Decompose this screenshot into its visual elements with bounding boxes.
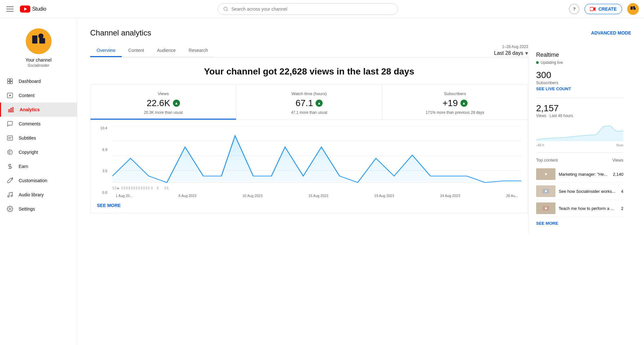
- views-headline: Your channel got 22,628 views in the las…: [90, 66, 528, 77]
- svg-point-26: [8, 150, 13, 155]
- realtime-title: Realtime: [536, 52, 623, 58]
- user-avatar[interactable]: [627, 3, 639, 15]
- sidebar-item-copyright[interactable]: Copyright: [0, 145, 77, 159]
- date-label: Last 28 days: [494, 50, 523, 56]
- youtube-logo-icon: [20, 5, 30, 13]
- svg-rect-4: [590, 7, 593, 11]
- sidebar-label-dashboard: Dashboard: [19, 79, 41, 84]
- top-content-title-2: See how Socialinsider works...: [559, 189, 618, 194]
- comment-icon: [6, 121, 14, 127]
- x-label-3: 10 Aug 2023: [242, 194, 262, 198]
- date-selector[interactable]: 1–28 Aug 2023 Last 28 days ▾: [494, 44, 528, 57]
- date-range-text: 1–28 Aug 2023: [502, 44, 528, 49]
- tab-audience[interactable]: Audience: [150, 44, 182, 57]
- metric-views-value: 22.6K: [147, 98, 170, 108]
- channel-name: Your channel: [25, 57, 52, 63]
- sidebar-item-subtitles[interactable]: Subtitles: [0, 131, 77, 145]
- tab-content[interactable]: Content: [122, 44, 150, 57]
- svg-point-13: [38, 34, 43, 39]
- svg-point-6: [627, 3, 639, 15]
- help-button[interactable]: ?: [569, 4, 579, 14]
- svg-rect-7: [630, 6, 633, 10]
- svg-rect-8: [633, 8, 636, 10]
- date-dropdown[interactable]: Last 28 days ▾: [494, 50, 528, 57]
- top-content-title-1: Marketing manager: "He...: [559, 172, 610, 177]
- top-content-item-2[interactable]: See how Socialinsider works... 4: [536, 183, 623, 200]
- x-label-7: 28 Au...: [506, 194, 518, 198]
- svg-rect-21: [10, 108, 11, 112]
- sidebar-item-earn[interactable]: Earn: [0, 159, 77, 173]
- metric-subscribers-sub: 171% more than previous 28 days: [390, 110, 520, 115]
- see-live-count-link[interactable]: SEE LIVE COUNT: [536, 86, 623, 91]
- live-label: Updating live: [541, 60, 563, 65]
- y-label-bottom: 0.0: [102, 191, 107, 194]
- subtitles-icon: [6, 135, 14, 141]
- gear-icon: [6, 206, 14, 212]
- mini-chart-labels: -48 h Now: [536, 143, 623, 147]
- tab-research[interactable]: Research: [182, 44, 214, 57]
- advanced-mode-link[interactable]: ADVANCED MODE: [591, 30, 631, 35]
- y-label-mid2: 3.5: [102, 169, 107, 173]
- svg-marker-5: [594, 7, 596, 11]
- svg-point-2: [224, 7, 227, 11]
- metric-views[interactable]: Views 22.6K ▲ 20.3K more than usual: [90, 85, 236, 119]
- svg-rect-15: [10, 79, 13, 81]
- svg-marker-19: [9, 94, 11, 97]
- sidebar-label-audio-library: Audio library: [19, 192, 44, 197]
- sidebar-item-analytics[interactable]: Analytics: [0, 103, 77, 117]
- svg-point-9: [633, 6, 635, 8]
- logo-text: Studio: [32, 6, 46, 12]
- sidebar-item-settings[interactable]: Settings: [0, 202, 77, 216]
- sidebar-item-dashboard[interactable]: Dashboard: [0, 74, 77, 88]
- grid-icon: [6, 78, 14, 84]
- see-more-side-link[interactable]: SEE MORE: [536, 221, 623, 226]
- play-square-icon: [6, 92, 14, 99]
- dollar-icon: [6, 163, 14, 170]
- page-title: Channel analytics: [90, 28, 151, 37]
- top-content-item-3[interactable]: Teach me how to perform a ... 2: [536, 200, 623, 217]
- channel-avatar[interactable]: [26, 28, 52, 54]
- metric-views-label: Views: [98, 91, 228, 96]
- create-label: CREATE: [598, 6, 617, 12]
- top-content-title-3: Teach me how to perform a ...: [559, 206, 618, 211]
- sidebar-item-comments[interactable]: Comments: [0, 117, 77, 131]
- svg-rect-20: [9, 110, 10, 112]
- metric-watchtime-value: 67.1: [296, 98, 313, 108]
- sidebar-item-customisation[interactable]: Customisation: [0, 173, 77, 188]
- hamburger-menu[interactable]: [5, 5, 15, 13]
- search-bar[interactable]: [218, 3, 398, 15]
- x-label-6: 24 Aug 2023: [440, 194, 460, 198]
- svg-point-29: [8, 196, 9, 197]
- live-dot: [536, 61, 539, 64]
- tab-overview[interactable]: Overview: [90, 44, 122, 57]
- svg-rect-17: [10, 82, 13, 84]
- thumb-1: [536, 168, 555, 180]
- svg-marker-37: [112, 136, 521, 182]
- channel-info: Your channel Socialinsider: [0, 21, 77, 74]
- analytics-tabs: Overview Content Audience Research: [90, 44, 214, 57]
- music-icon: [6, 192, 14, 198]
- mini-chart: [536, 122, 623, 141]
- metric-subscribers-value: +19: [442, 98, 458, 108]
- metric-subscribers[interactable]: Subscribers +19 ▲ 171% more than previou…: [382, 85, 528, 119]
- line-chart: [112, 126, 521, 184]
- create-button[interactable]: CREATE: [584, 4, 622, 14]
- sidebar-item-audio-library[interactable]: Audio library: [0, 188, 77, 202]
- watchtime-up-arrow: ▲: [316, 100, 323, 107]
- svg-rect-23: [7, 136, 13, 140]
- sidebar-label-earn: Earn: [19, 164, 28, 169]
- sidebar-item-content[interactable]: Content: [0, 88, 77, 103]
- subscribers-label: Subscribers: [536, 80, 623, 85]
- see-more-chart[interactable]: SEE MORE: [97, 203, 121, 208]
- subscribers-up-arrow: ▲: [460, 100, 468, 107]
- top-content-item-1[interactable]: Marketing manager: "He... 2,140: [536, 166, 623, 183]
- sidebar-label-content: Content: [19, 93, 34, 98]
- svg-line-28: [11, 178, 12, 179]
- mini-chart-label-start: -48 h: [536, 143, 544, 147]
- svg-rect-14: [8, 79, 10, 81]
- chart-xaxis: 1 Aug 20... 6 Aug 2023 10 Aug 2023 15 Au…: [112, 194, 521, 198]
- metric-watchtime[interactable]: Watch time (hours) 67.1 ▲ 47.1 more than…: [236, 85, 382, 119]
- logo[interactable]: Studio: [20, 5, 46, 13]
- metric-watchtime-label: Watch time (hours): [244, 91, 374, 96]
- search-input[interactable]: [232, 6, 393, 12]
